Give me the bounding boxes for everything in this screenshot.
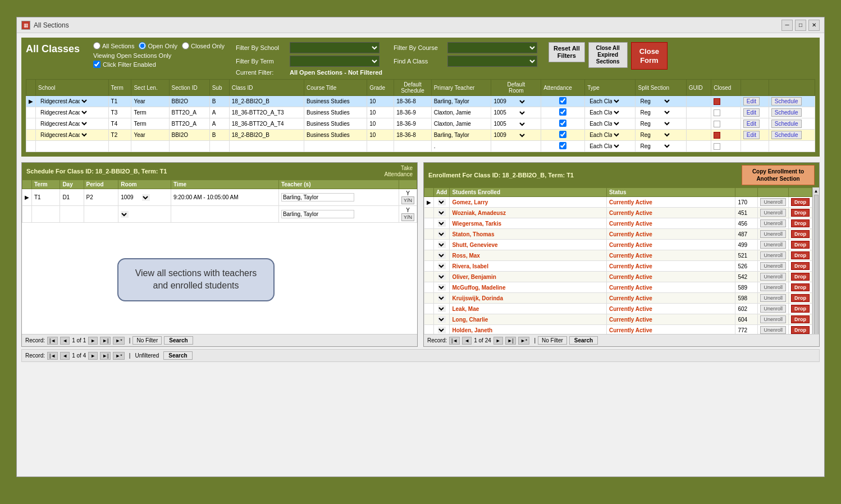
enroll-check-select[interactable]: ✓ [438, 231, 446, 237]
global-nav-first[interactable]: |◄ [47, 352, 58, 360]
sched-room-select[interactable]: ▼ [142, 194, 150, 201]
enroll-search-btn[interactable]: Search [569, 336, 598, 345]
teacher-input[interactable] [281, 210, 354, 218]
unenroll-button[interactable]: Unenroll [760, 251, 786, 259]
enroll-check-select[interactable]: ✓ [438, 295, 446, 301]
radio-open-only[interactable]: Open Only [139, 42, 177, 49]
unenroll-button[interactable]: Unenroll [760, 209, 786, 217]
room-input[interactable] [493, 98, 516, 104]
drop-button[interactable]: Drop [791, 198, 810, 206]
schedule-button[interactable]: Schedule [771, 120, 802, 128]
attendance-checkbox[interactable] [559, 108, 566, 116]
copy-enrollment-button[interactable]: Copy Enrollment toAnother Section [742, 165, 815, 185]
unenroll-button[interactable]: Unenroll [760, 305, 786, 313]
drop-button[interactable]: Drop [791, 262, 810, 270]
teacher-input[interactable] [281, 193, 354, 201]
close-expired-button[interactable]: Close AllExpiredSections [588, 42, 628, 68]
filter-term-select[interactable] [290, 56, 380, 67]
enroll-nav-first[interactable]: |◄ [449, 337, 460, 345]
drop-button[interactable]: Drop [791, 326, 810, 334]
schedule-button[interactable]: Schedule [771, 108, 802, 117]
schedule-button[interactable]: Schedule [771, 97, 802, 106]
school-select[interactable]: Ridgecrest Academy [38, 109, 89, 116]
unenroll-button[interactable]: Unenroll [760, 273, 786, 281]
enrollment-scrollbar[interactable]: ▲ ▼ [812, 187, 819, 346]
school-select[interactable]: Ridgecrest Academy [38, 120, 89, 127]
enroll-check-select[interactable]: ✓ [438, 199, 446, 205]
global-search-btn[interactable]: Search [163, 351, 192, 360]
drop-button[interactable]: Drop [791, 251, 810, 259]
attendance-checkbox[interactable] [559, 131, 566, 138]
filter-school-select[interactable] [290, 42, 380, 53]
school-select[interactable]: Ridgecrest Academy [38, 131, 89, 139]
enroll-nav-prev[interactable]: ◄ [462, 337, 472, 345]
edit-button[interactable]: Edit [743, 131, 760, 139]
click-filter-checkbox[interactable] [93, 61, 100, 68]
enroll-check-select[interactable]: ✓ [438, 327, 446, 333]
unenroll-button[interactable]: Unenroll [760, 198, 786, 206]
close-form-button[interactable]: CloseForm [631, 42, 668, 70]
unenroll-button[interactable]: Unenroll [760, 219, 786, 227]
minimize-button[interactable]: ─ [781, 20, 793, 31]
reset-filters-button[interactable]: Reset AllFilters [549, 42, 585, 62]
enroll-no-filter-btn[interactable]: No Filter [538, 336, 567, 345]
global-nav-next[interactable]: ► [88, 352, 98, 360]
type-sub-select[interactable]: Reg [638, 98, 671, 105]
global-nav-prev[interactable]: ◄ [60, 352, 70, 360]
sched-nav-last[interactable]: ►| [100, 337, 111, 345]
type-select[interactable]: Each Class [587, 98, 621, 105]
enroll-check-select[interactable]: ✓ [438, 252, 446, 259]
edit-button[interactable]: Edit [743, 97, 760, 106]
edit-button[interactable]: Edit [743, 120, 760, 128]
enroll-nav-new[interactable]: ►* [518, 337, 529, 345]
sched-nav-prev[interactable]: ◄ [60, 337, 70, 345]
type-sub-select[interactable]: Reg [638, 120, 671, 127]
room-select[interactable]: ▼ [518, 109, 527, 116]
unenroll-button[interactable]: Unenroll [760, 315, 786, 323]
unenroll-button[interactable]: Unenroll [760, 294, 786, 302]
enroll-nav-last[interactable]: ►| [505, 337, 516, 345]
drop-button[interactable]: Drop [791, 273, 810, 281]
sched-room-select[interactable]: ▼ [121, 211, 129, 218]
type-select[interactable]: Each Class [587, 143, 621, 150]
global-nav-last[interactable]: ►| [100, 352, 111, 360]
sched-no-filter-btn[interactable]: No Filter [132, 336, 162, 345]
type-sub-select[interactable]: Reg [638, 131, 671, 139]
room-input[interactable] [493, 109, 516, 116]
attendance-checkbox[interactable] [559, 97, 566, 104]
radio-all-sections[interactable]: All Sections [93, 42, 134, 49]
global-nav-new[interactable]: ►* [113, 352, 124, 360]
enroll-check-select[interactable]: ✓ [438, 220, 446, 227]
room-input[interactable] [493, 132, 516, 138]
drop-button[interactable]: Drop [791, 230, 810, 238]
room-input[interactable] [493, 121, 516, 127]
drop-button[interactable]: Drop [791, 219, 810, 227]
room-select[interactable]: ▼ [518, 121, 527, 127]
enroll-check-select[interactable]: ✓ [438, 284, 446, 291]
unenroll-button[interactable]: Unenroll [760, 241, 786, 249]
type-sub-select[interactable]: Reg [638, 143, 671, 150]
room-select[interactable]: ▼ [518, 98, 527, 105]
enroll-nav-next[interactable]: ► [493, 337, 503, 345]
type-select[interactable]: Each Class [587, 131, 621, 139]
schedule-button[interactable]: Schedule [771, 131, 802, 139]
find-class-select[interactable] [447, 56, 537, 67]
enroll-check-select[interactable]: ✓ [438, 241, 446, 248]
room-select[interactable]: ▼ [518, 132, 527, 139]
scroll-up[interactable]: ▲ [814, 189, 819, 194]
maximize-button[interactable]: □ [795, 20, 806, 31]
radio-closed-only[interactable]: Closed Only [182, 42, 225, 49]
drop-button[interactable]: Drop [791, 209, 810, 217]
sched-search-btn[interactable]: Search [164, 336, 193, 345]
enroll-check-select[interactable]: ✓ [438, 209, 446, 216]
edit-button[interactable]: Edit [743, 108, 760, 117]
unenroll-button[interactable]: Unenroll [760, 283, 786, 291]
filter-course-select[interactable] [447, 42, 537, 53]
sched-room-input[interactable] [121, 194, 140, 200]
enroll-check-select[interactable]: ✓ [438, 316, 446, 323]
enroll-check-select[interactable]: ✓ [438, 263, 446, 269]
school-select[interactable]: Ridgecrest Academy [38, 98, 89, 105]
enroll-check-select[interactable]: ✓ [438, 273, 446, 280]
drop-button[interactable]: Drop [791, 315, 810, 323]
sched-nav-next[interactable]: ► [88, 337, 98, 345]
